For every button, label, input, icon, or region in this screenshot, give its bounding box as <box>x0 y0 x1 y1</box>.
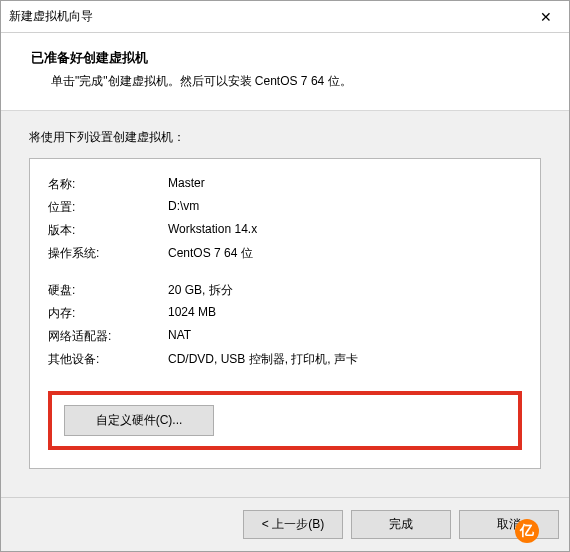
table-row: 其他设备: CD/DVD, USB 控制器, 打印机, 声卡 <box>48 348 522 371</box>
titlebar: 新建虚拟机向导 ✕ <box>1 1 569 33</box>
wizard-window: 新建虚拟机向导 ✕ 已准备好创建虚拟机 单击"完成"创建虚拟机。然后可以安装 C… <box>0 0 570 552</box>
settings-table: 名称: Master 位置: D:\vm 版本: Workstation 14.… <box>48 173 522 371</box>
setting-label: 操作系统: <box>48 242 168 265</box>
setting-label: 版本: <box>48 219 168 242</box>
wizard-footer: < 上一步(B) 完成 取消 亿 <box>1 497 569 551</box>
table-row: 位置: D:\vm <box>48 196 522 219</box>
setting-label: 网络适配器: <box>48 325 168 348</box>
table-row: 硬盘: 20 GB, 拆分 <box>48 279 522 302</box>
close-icon: ✕ <box>540 9 552 25</box>
wizard-header: 已准备好创建虚拟机 单击"完成"创建虚拟机。然后可以安装 CentOS 7 64… <box>1 33 569 111</box>
cancel-button[interactable]: 取消 <box>459 510 559 539</box>
customize-hardware-button[interactable]: 自定义硬件(C)... <box>64 405 214 436</box>
close-button[interactable]: ✕ <box>523 1 569 33</box>
setting-value: Workstation 14.x <box>168 219 522 242</box>
finish-button[interactable]: 完成 <box>351 510 451 539</box>
header-title: 已准备好创建虚拟机 <box>31 49 549 67</box>
section-label: 将使用下列设置创建虚拟机： <box>29 129 541 146</box>
setting-value: 1024 MB <box>168 302 522 325</box>
setting-label: 硬盘: <box>48 279 168 302</box>
setting-value: D:\vm <box>168 196 522 219</box>
setting-label: 位置: <box>48 196 168 219</box>
setting-value: CD/DVD, USB 控制器, 打印机, 声卡 <box>168 348 522 371</box>
setting-value: CentOS 7 64 位 <box>168 242 522 265</box>
table-row: 名称: Master <box>48 173 522 196</box>
setting-value: 20 GB, 拆分 <box>168 279 522 302</box>
wizard-content: 将使用下列设置创建虚拟机： 名称: Master 位置: D:\vm 版本: W… <box>1 111 569 497</box>
spacer-row <box>48 265 522 279</box>
table-row: 内存: 1024 MB <box>48 302 522 325</box>
window-title: 新建虚拟机向导 <box>9 8 93 25</box>
setting-label: 内存: <box>48 302 168 325</box>
setting-label: 其他设备: <box>48 348 168 371</box>
setting-value: Master <box>168 173 522 196</box>
table-row: 网络适配器: NAT <box>48 325 522 348</box>
settings-panel: 名称: Master 位置: D:\vm 版本: Workstation 14.… <box>29 158 541 469</box>
setting-value: NAT <box>168 325 522 348</box>
back-button[interactable]: < 上一步(B) <box>243 510 343 539</box>
table-row: 版本: Workstation 14.x <box>48 219 522 242</box>
table-row: 操作系统: CentOS 7 64 位 <box>48 242 522 265</box>
highlight-box: 自定义硬件(C)... <box>48 391 522 450</box>
header-subtitle: 单击"完成"创建虚拟机。然后可以安装 CentOS 7 64 位。 <box>31 73 549 90</box>
setting-label: 名称: <box>48 173 168 196</box>
